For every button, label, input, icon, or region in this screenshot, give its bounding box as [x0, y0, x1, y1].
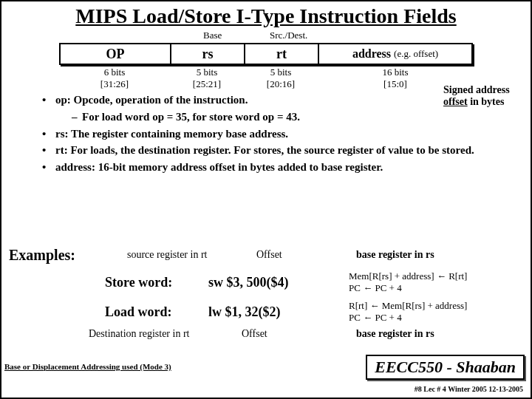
footer-addressing-mode: Base or Displacement Addressing used (Mo… [4, 362, 171, 371]
rs-range: [25:21] [193, 78, 221, 90]
bullet-rs: rs: The register containing memory base … [42, 127, 508, 141]
rt-bits: 5 bits [270, 66, 292, 78]
sw-sem2: PC ← PC + 4 [349, 282, 402, 293]
sw-semantics: Mem[R[rs] + address] ← R[rt] PC ← PC + 4 [334, 270, 532, 293]
field-address: address (e.g. offset) [319, 44, 471, 64]
field-address-text: address [352, 47, 391, 61]
label-offset-top: Offset [256, 249, 282, 261]
bits-row: 6 bits [31:26] 5 bits [25:21] 5 bits [20… [59, 66, 473, 90]
bullet-op: op: Opcode, operation of the instruction… [42, 93, 508, 107]
addr-bits: 16 bits [382, 66, 408, 78]
sw-code: sw $3, 500($4) [208, 275, 334, 290]
rs-bits: 5 bits [197, 66, 218, 78]
op-range: [31:26] [100, 78, 129, 90]
lw-label: Load word: [1, 304, 208, 320]
instruction-field-diagram: Base Src./Dest. OP rs rt address (e.g. o… [59, 30, 473, 90]
lw-semantics: R[rt] ← Mem[R[rs] + address] PC ← PC + 4 [334, 300, 532, 323]
rt-range: [20:16] [267, 78, 295, 90]
op-bits: 6 bits [104, 66, 126, 78]
bullet-rt: rt: For loads, the destination register.… [42, 143, 508, 157]
example-rows: Store word: sw $3, 500($4) Mem[R[rs] + a… [1, 267, 532, 327]
label-base: Base [203, 30, 222, 41]
sw-sem1: Mem[R[rs] + address] ← R[rt] [349, 270, 467, 282]
addr-range: [15:0] [383, 78, 407, 90]
example-lw: Load word: lw $1, 32($2) R[rt] ← Mem[R[r… [1, 297, 532, 327]
example-sw: Store word: sw $3, 500($4) Mem[R[rs] + a… [1, 267, 532, 297]
label-source-reg: source register in rt [127, 249, 207, 261]
bullet-address: address: 16-bit memory address offset in… [42, 160, 508, 174]
lw-sem2: PC ← PC + 4 [349, 312, 402, 323]
footer-course-box: EECC550 - Shaaban [366, 355, 525, 380]
lw-sem1: R[rt] ← Mem[R[rs] + address] [349, 300, 467, 311]
examples-heading: Examples: [9, 247, 75, 264]
lw-code: lw $1, 32($2) [208, 304, 334, 320]
field-rs: rs [171, 44, 245, 64]
bullet-op-sub: For load word op = 35, for store word op… [72, 110, 508, 124]
field-rt: rt [245, 44, 319, 64]
bullet-list: op: Opcode, operation of the instruction… [42, 93, 508, 174]
label-srcdest: Src./Dest. [270, 30, 307, 41]
field-op: OP [61, 44, 171, 64]
label-base-reg-bot: base register in rs [356, 328, 434, 340]
footer-meta: #8 Lec # 4 Winter 2005 12-13-2005 [415, 385, 523, 393]
sw-label: Store word: [1, 275, 208, 290]
label-base-reg-top: base register in rs [356, 249, 434, 261]
label-dest-reg: Destination register in rt [89, 328, 189, 340]
field-address-eg: (e.g. offset) [394, 48, 438, 60]
label-offset-bot: Offset [242, 328, 267, 340]
field-row: OP rs rt address (e.g. offset) [59, 43, 473, 65]
page-title: MIPS Load/Store I-Type Instruction Field… [1, 1, 531, 30]
